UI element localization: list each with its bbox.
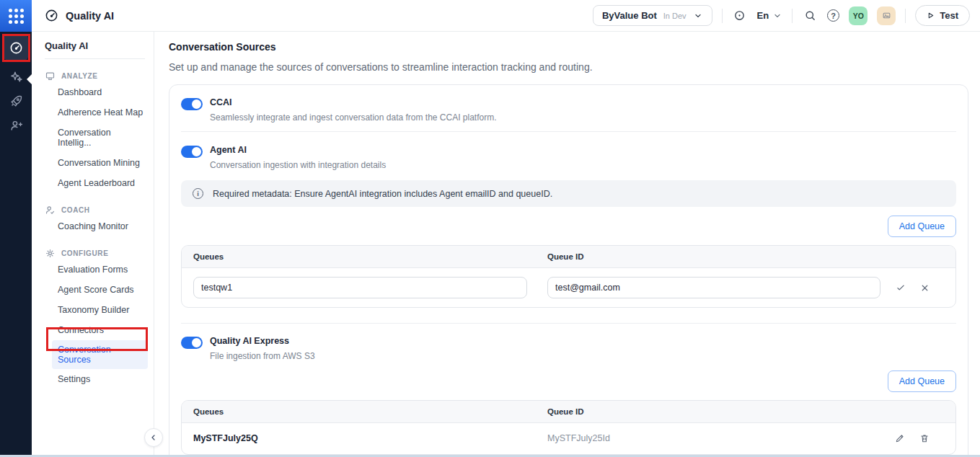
sidebar-item-evaluation-forms[interactable]: Evaluation Forms [58,259,148,280]
info-icon: i [193,188,203,199]
help-icon[interactable]: ? [827,9,839,22]
bot-env-badge: In Dev [663,12,687,20]
section-head-configure: CONFIGURE [32,247,154,259]
page-subtitle: Set up and manage the sources of convers… [169,61,968,73]
qai-express-queues-table: Queues Queue ID MySTFJuly25Q MySTFJuly25… [181,400,956,455]
language-label: En [757,10,769,21]
app-title: Quality AI [66,10,114,22]
add-queue-button[interactable]: Add Queue [888,371,956,392]
language-selector[interactable]: En [757,10,783,21]
section-head-analyze: ANALYZE [32,70,154,82]
rail-item-invite-user[interactable] [7,117,25,134]
queue-id-input[interactable] [547,277,880,298]
ccai-toggle[interactable] [181,98,203,110]
icon-rail [0,32,32,457]
agent-ai-queues-table: Queues Queue ID [181,245,956,308]
header-divider [792,9,793,23]
sidebar-item-connectors[interactable]: Connectors [58,320,148,340]
bot-selector[interactable]: ByValue Bot In Dev [593,5,712,26]
target-icon[interactable] [732,8,748,24]
monitor-icon [45,71,56,81]
source-row-qai-express: Quality AI Express File ingestion from A… [169,324,968,361]
sidebar-item-coaching-monitor[interactable]: Coaching Monitor [58,216,148,236]
sidebar-item-agent-score-cards[interactable]: Agent Score Cards [58,280,148,300]
sparkles-icon [9,70,23,84]
ccai-texts: CCAI Seamlessly integrate and ingest con… [210,97,497,123]
rail-item-quality-ai[interactable] [3,35,29,61]
header-divider [905,9,906,23]
sidebar-section-analyze: ANALYZE Dashboard Adherence Heat Map Con… [32,70,154,193]
add-queue-button[interactable]: Add Queue [888,216,956,237]
column-header-queue-id: Queue ID [547,407,880,416]
agent-ai-texts: Agent AI Conversation ingestion with int… [210,145,386,170]
edit-icon[interactable] [895,433,905,443]
section-head-coach: COACH [32,204,154,216]
main-content: Conversation Sources Set up and manage t… [154,32,980,457]
play-icon [927,12,935,19]
app-launcher-tile[interactable] [0,0,32,32]
user-avatar[interactable]: YO [849,6,868,25]
section-label: CONFIGURE [61,249,108,257]
sidebar-item-settings[interactable]: Settings [58,369,148,389]
sidebar-item-dashboard[interactable]: Dashboard [58,82,148,102]
sidebar-item-taxonomy-builder[interactable]: Taxonomy Builder [58,300,148,320]
source-description: Seamlessly integrate and ingest conversa… [210,112,497,123]
brand: Quality AI [43,8,114,24]
delete-icon[interactable] [919,433,930,443]
image-icon [882,11,891,20]
table-row: MySTFJuly25Q MySTFJuly25Id [182,423,955,454]
org-avatar[interactable] [877,6,896,25]
qai-express-toggle[interactable] [181,337,203,349]
rocket-icon [9,94,23,108]
test-button-label: Test [940,10,958,21]
chevron-left-icon [149,433,158,442]
apps-grid-icon [9,9,24,24]
table-header: Queues Queue ID [182,401,955,423]
page-title: Conversation Sources [169,41,968,53]
column-header-queues: Queues [193,252,547,261]
section-label: ANALYZE [61,72,98,80]
table-row [182,268,955,307]
agent-ai-toggle[interactable] [181,146,203,158]
search-icon[interactable] [802,8,818,24]
sidebar-item-agent-leaderboard[interactable]: Agent Leaderboard [58,173,148,193]
sidebar-section-coach: COACH Coaching Monitor [32,204,154,236]
sidebar-item-conversation-intelligence[interactable]: Conversation Intellig... [58,123,148,153]
rail-item-launch[interactable] [7,92,25,110]
source-name: Quality AI Express [210,336,315,346]
queue-name-cell: MySTFJuly25Q [193,433,547,443]
rail-item-ai-assist[interactable] [7,68,25,85]
agent-ai-actions: Add Queue [181,216,956,237]
source-row-ccai: CCAI Seamlessly integrate and ingest con… [169,85,968,123]
person-check-icon [45,205,56,216]
column-header-queue-id: Queue ID [547,252,880,261]
chevron-down-icon [693,11,703,21]
confirm-icon[interactable] [896,283,906,293]
cancel-icon[interactable] [920,283,930,293]
table-header: Queues Queue ID [182,246,955,268]
note-text: Required metadata: Ensure AgentAI integr… [213,189,552,199]
source-name: CCAI [210,97,497,107]
column-header-queues: Queues [193,407,547,416]
sidebar-collapse-button[interactable] [144,428,163,447]
test-button[interactable]: Test [915,5,970,26]
sidebar-item-conversation-sources[interactable]: Conversation Sources [52,340,148,369]
queue-id-cell [547,277,880,298]
header-actions: ByValue Bot In Dev En ? YO [593,5,970,26]
source-row-agent-ai: Agent AI Conversation ingestion with int… [169,132,968,170]
sources-card: CCAI Seamlessly integrate and ingest con… [169,84,968,457]
sidebar-nav: Quality AI ANALYZE Dashboard Adherence H… [32,32,154,457]
queue-name-input[interactable] [193,277,527,298]
row-actions [880,283,944,293]
section-label: COACH [61,206,90,214]
gauge-logo-icon [43,8,59,24]
queue-id-cell: MySTFJuly25Id [547,433,880,443]
sidebar-item-conversation-mining[interactable]: Conversation Mining [58,153,148,173]
source-description: Conversation ingestion with integration … [210,160,386,170]
sidebar-item-adherence-heat-map[interactable]: Adherence Heat Map [58,102,148,123]
sidebar-title: Quality AI [32,40,154,51]
row-actions [880,433,944,443]
agent-ai-metadata-note: i Required metadata: Ensure AgentAI inte… [181,180,956,207]
queue-name-cell [193,277,547,298]
gear-icon [45,248,56,259]
